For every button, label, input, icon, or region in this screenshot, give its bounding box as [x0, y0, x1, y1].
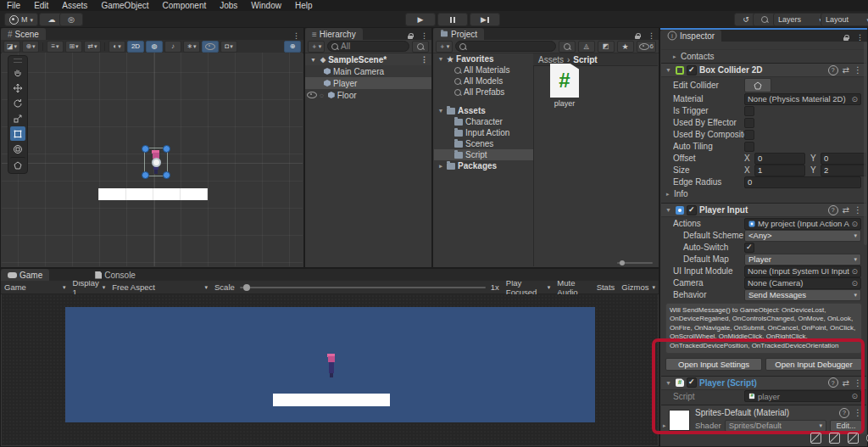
default-map-dropdown[interactable]: Player ▾ [744, 254, 861, 265]
help-icon[interactable]: ? [828, 205, 838, 215]
pivot-mode-button[interactable]: ⊕▾ [22, 41, 39, 53]
scale-tool-button[interactable] [10, 111, 25, 126]
scale-slider[interactable] [240, 287, 486, 288]
tab-inspector[interactable]: i Inspector [660, 30, 721, 42]
folder-scenes[interactable]: Scenes [434, 138, 533, 149]
pause-button[interactable] [437, 13, 468, 26]
kebab-menu-icon[interactable]: ⋮ [853, 33, 867, 42]
resize-handle-bottomright[interactable] [163, 171, 170, 179]
kebab-menu-icon[interactable]: ⋮ [854, 205, 862, 215]
kebab-menu-icon[interactable]: ⋮ [854, 408, 862, 417]
lighting-toggle-button[interactable]: ◍ [146, 41, 163, 53]
breadcrumb-current[interactable]: Script [573, 55, 597, 64]
edge-radius-field[interactable]: 0 [744, 176, 861, 188]
account-button[interactable]: M ▾ [4, 13, 38, 26]
search-by-type-button[interactable] [559, 41, 576, 53]
layers-dropdown[interactable]: Layers ▾ [773, 13, 827, 26]
size-x-field[interactable]: 1 [754, 165, 805, 176]
camera-settings-button[interactable]: ◘▾ [220, 41, 237, 53]
selection-rect[interactable] [144, 148, 168, 176]
console-info-muted-icon[interactable] [848, 433, 859, 444]
step-button[interactable]: ▶ [470, 13, 500, 26]
object-picker-icon[interactable]: ⊙ [851, 279, 858, 288]
favorites-filter-button[interactable]: ★ [617, 41, 634, 53]
tab-game[interactable]: Game [1, 269, 49, 281]
foldout-icon[interactable]: ▸ [663, 422, 670, 429]
play-button[interactable]: ▶ [405, 13, 436, 26]
search-by-label-button[interactable]: ◩ [598, 41, 615, 53]
rotate-tool-button[interactable] [10, 96, 25, 110]
rect-tool-button[interactable] [10, 126, 25, 141]
menu-jobs[interactable]: Jobs [213, 0, 244, 11]
used-by-effector-checkbox[interactable] [744, 118, 754, 128]
assets-foldout[interactable]: ▼ Assets [434, 105, 533, 116]
pivot-handle[interactable] [152, 158, 161, 167]
material-preview-swatch[interactable] [669, 410, 690, 431]
kebab-menu-icon[interactable]: ⋮ [417, 31, 431, 40]
size-y-field[interactable]: 2 [821, 165, 866, 176]
behavior-dropdown[interactable]: Send Messages ▾ [744, 289, 861, 301]
foldout-icon[interactable]: ▼ [665, 207, 673, 213]
object-picker-icon[interactable]: ⊙ [851, 95, 858, 103]
hierarchy-item-floor[interactable]: ◌ Floor [305, 89, 431, 101]
used-by-composite-checkbox[interactable] [744, 130, 754, 140]
folder-input-action[interactable]: Input Action [434, 127, 533, 138]
hierarchy-search-input[interactable]: All [327, 41, 409, 52]
menu-assets[interactable]: Assets [55, 0, 94, 11]
auto-tiling-checkbox[interactable] [744, 142, 754, 152]
contacts-foldout[interactable]: ▸ Contacts [661, 51, 866, 62]
info-foldout[interactable]: ▸ Info [661, 188, 866, 199]
effects-toggle-button[interactable]: ∗▾ [183, 41, 200, 53]
tab-console[interactable]: Console [88, 269, 142, 281]
tab-scene[interactable]: # Scene [1, 28, 46, 40]
menu-component[interactable]: Component [156, 0, 214, 11]
breadcrumb-root[interactable]: Assets [538, 55, 564, 64]
physics-material-field[interactable]: None (Physics Material 2D) ⊙ [744, 93, 861, 105]
favorite-all-materials[interactable]: All Materials [434, 64, 533, 75]
slider-knob[interactable] [243, 284, 250, 291]
project-search-input[interactable] [455, 41, 556, 52]
packages-foldout[interactable]: ▸ Packages [434, 160, 533, 171]
2d-mode-button[interactable]: 2D [127, 41, 144, 53]
offset-y-field[interactable]: 0 [821, 153, 866, 165]
resize-handle-topleft[interactable] [142, 145, 149, 153]
lock-icon[interactable] [408, 33, 414, 40]
object-picker-icon[interactable]: ⊙ [851, 220, 858, 228]
is-trigger-checkbox[interactable] [744, 106, 754, 116]
player-input-header[interactable]: ▼ Player Input ? ⇄ ⋮ [661, 203, 866, 217]
render-target-dropdown[interactable]: Game ▾ [4, 282, 66, 292]
help-icon[interactable]: ? [839, 408, 849, 418]
scene-viewport[interactable] [2, 53, 303, 266]
floor-platform[interactable] [98, 188, 208, 200]
draw-mode-button[interactable]: ◪▾ [3, 41, 20, 53]
scene-gizmo-button[interactable]: ⊕ [284, 41, 301, 53]
menu-edit[interactable]: Edit [27, 0, 55, 11]
foldout-icon[interactable]: ▼ [665, 380, 673, 386]
player-script-header[interactable]: ▼ # Player (Script) ? ⇄ ⋮ [661, 376, 866, 390]
camera-field[interactable]: None (Camera) ⊙ [744, 277, 861, 289]
kebab-menu-icon[interactable]: ⋮ [417, 55, 431, 64]
shading-mode-button[interactable]: ◐▾ [108, 41, 125, 53]
gizmos-dropdown[interactable]: Gizmos ▾ [621, 282, 655, 292]
tab-hierarchy[interactable]: ≡ Hierarchy [305, 28, 363, 40]
kebab-menu-icon[interactable]: ⋮ [289, 31, 303, 40]
component-enabled-checkbox[interactable] [687, 205, 697, 215]
resize-handle-topright[interactable] [163, 145, 170, 153]
grid-snap-button[interactable]: ≡▾ [47, 41, 64, 53]
component-enabled-checkbox[interactable] [687, 377, 697, 388]
view-tool-button[interactable] [10, 65, 25, 80]
foldout-icon[interactable]: ▼ [310, 57, 318, 63]
increment-snap-button[interactable]: ⊞▾ [65, 41, 82, 53]
menu-gameobject[interactable]: GameObject [94, 0, 155, 11]
lock-icon[interactable] [635, 33, 641, 40]
open-input-settings-button[interactable]: Open Input Settings [665, 358, 762, 371]
services-button[interactable]: ◎ [59, 13, 83, 26]
aspect-dropdown[interactable]: Free Aspect ▾ [112, 282, 208, 292]
visibility-eye-icon[interactable] [307, 92, 317, 98]
presets-icon[interactable]: ⇄ [843, 378, 849, 388]
default-scheme-dropdown[interactable]: <Any> ▾ [744, 230, 861, 242]
object-picker-icon[interactable]: ⊙ [851, 267, 858, 276]
presets-icon[interactable]: ⇄ [843, 65, 849, 75]
game-viewport[interactable] [2, 294, 658, 445]
menu-help[interactable]: Help [288, 0, 320, 11]
